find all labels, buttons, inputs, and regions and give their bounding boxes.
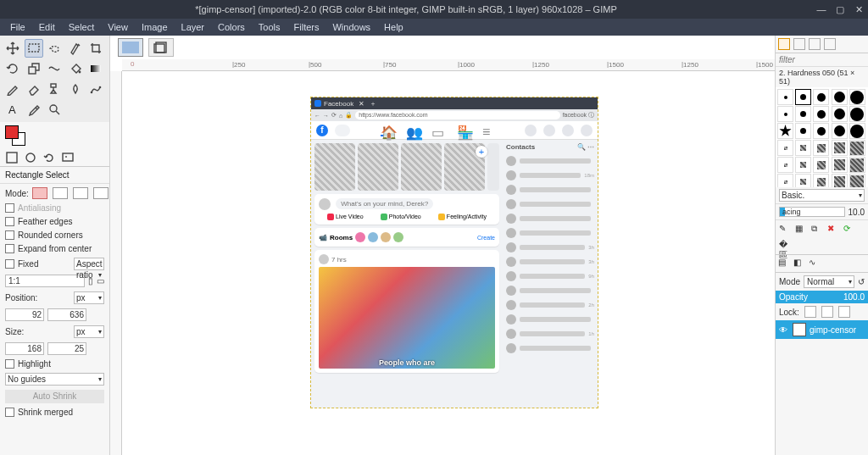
lock-position[interactable] — [821, 306, 833, 318]
gradient-tool[interactable] — [86, 59, 105, 78]
brush-cell[interactable] — [795, 106, 811, 122]
image-tab-1[interactable] — [118, 38, 143, 57]
canvas-area[interactable]: Facebook ✕＋ ← → ⟳ ⌂ 🔒 https://www.facebo… — [122, 71, 775, 455]
minimize-button[interactable]: — — [815, 3, 827, 15]
tab-history[interactable] — [824, 38, 836, 50]
text-tool[interactable]: A — [3, 100, 22, 119]
auto-shrink-button[interactable]: Auto Shrink — [5, 390, 104, 403]
bucket-fill-tool[interactable] — [66, 59, 85, 78]
menu-layer[interactable]: Layer — [175, 20, 212, 34]
brush-cell[interactable] — [777, 174, 793, 187]
mode-add[interactable] — [53, 187, 68, 199]
tab-channels[interactable]: ◧ — [793, 258, 805, 269]
brush-cell[interactable] — [813, 123, 829, 139]
menu-file[interactable]: File — [3, 20, 32, 34]
mode-replace[interactable] — [32, 187, 47, 199]
brush-cell[interactable] — [849, 140, 865, 156]
fixed-checkbox[interactable] — [5, 259, 14, 269]
brush-cell[interactable] — [795, 89, 811, 105]
fuzzy-select-tool[interactable] — [66, 39, 85, 58]
rectangle-select-tool[interactable] — [25, 39, 43, 58]
open-as-image-icon[interactable]: �區 — [779, 240, 790, 251]
menu-image[interactable]: Image — [135, 20, 175, 34]
path-tool[interactable] — [86, 80, 105, 98]
fg-color[interactable] — [5, 125, 19, 139]
brush-cell[interactable] — [795, 140, 811, 156]
size-w[interactable]: 168 — [5, 342, 44, 355]
warp-tool[interactable] — [45, 59, 64, 78]
brush-cell[interactable] — [795, 157, 811, 173]
clone-tool[interactable] — [45, 80, 64, 98]
ruler-vertical[interactable] — [110, 71, 122, 455]
brush-cell[interactable] — [795, 174, 811, 187]
brush-cell[interactable] — [813, 89, 829, 105]
color-picker-tool[interactable] — [25, 100, 43, 119]
brush-cell[interactable] — [777, 106, 793, 122]
brush-cell[interactable] — [849, 157, 865, 173]
position-unit[interactable]: px — [74, 291, 104, 304]
tab-fonts[interactable] — [809, 38, 821, 50]
pencil-tool[interactable] — [3, 80, 22, 98]
brush-cell[interactable] — [813, 140, 829, 156]
menu-colors[interactable]: Colors — [211, 20, 252, 34]
brush-cell[interactable] — [777, 89, 793, 105]
brush-cell[interactable] — [849, 174, 865, 187]
new-brush-icon[interactable]: ▦ — [795, 224, 806, 235]
tab-undo-history[interactable] — [42, 151, 56, 164]
menu-view[interactable]: View — [101, 20, 135, 34]
brush-cell[interactable] — [849, 106, 865, 122]
refresh-brush-icon[interactable]: ⟳ — [843, 224, 854, 235]
expand-checkbox[interactable] — [5, 244, 14, 253]
scale-tool[interactable] — [25, 59, 43, 78]
brush-cell[interactable] — [813, 174, 829, 187]
menu-help[interactable]: Help — [377, 20, 410, 34]
mode-subtract[interactable] — [73, 187, 88, 199]
close-button[interactable]: ✕ — [853, 3, 865, 15]
brush-cell[interactable] — [777, 140, 793, 156]
brush-cell[interactable] — [849, 89, 865, 105]
aspect-field[interactable]: 1:1 — [5, 275, 85, 287]
crop-tool[interactable] — [86, 39, 105, 58]
lock-alpha[interactable] — [838, 306, 850, 318]
tab-layers[interactable]: ▤ — [778, 258, 790, 269]
duplicate-brush-icon[interactable]: ⧉ — [811, 224, 822, 235]
guides-select[interactable]: No guides — [5, 373, 104, 386]
brush-cell[interactable] — [813, 106, 829, 122]
tab-tool-options[interactable] — [5, 151, 19, 164]
move-tool[interactable] — [3, 39, 22, 58]
layer-name[interactable]: gimp-censor — [810, 325, 856, 335]
menu-edit[interactable]: Edit — [32, 20, 62, 34]
lock-pixels[interactable] — [804, 306, 816, 318]
brush-cell[interactable] — [832, 123, 848, 139]
spacing-slider[interactable]: acing — [779, 207, 845, 217]
opacity-slider[interactable]: Opacity 100.0 — [776, 291, 868, 303]
mode-intersect[interactable] — [93, 187, 108, 199]
brush-cell[interactable] — [777, 123, 793, 139]
rotate-tool[interactable] — [3, 59, 22, 78]
brush-cell[interactable] — [795, 123, 811, 139]
smudge-tool[interactable] — [66, 80, 85, 98]
shrink-merged-checkbox[interactable] — [5, 408, 14, 417]
visibility-icon[interactable]: 👁 — [779, 325, 789, 335]
blend-mode-select[interactable]: Normal — [804, 275, 854, 288]
brush-preset-select[interactable]: Basic. — [779, 189, 865, 202]
brush-cell[interactable] — [813, 157, 829, 173]
tab-images[interactable] — [61, 151, 75, 164]
eraser-tool[interactable] — [25, 80, 43, 98]
brush-filter-input[interactable] — [779, 55, 868, 64]
tab-patterns[interactable] — [793, 38, 805, 50]
feather-checkbox[interactable] — [5, 217, 14, 226]
ruler-horizontal[interactable]: 0 |250 |500 |750 |1000 |1250 |1500 |1250… — [122, 59, 775, 71]
image-tab-2[interactable] — [148, 38, 174, 57]
fixed-mode-select[interactable]: Aspect ratio — [74, 258, 104, 270]
color-swatches[interactable] — [0, 122, 109, 149]
brush-cell[interactable] — [832, 89, 848, 105]
delete-brush-icon[interactable]: ✖ — [827, 224, 838, 235]
size-h[interactable]: 25 — [47, 342, 86, 355]
highlight-checkbox[interactable] — [5, 359, 14, 369]
position-y[interactable]: 636 — [47, 308, 86, 321]
edit-brush-icon[interactable]: ✎ — [779, 224, 790, 235]
layer-row[interactable]: 👁 gimp-censor — [776, 320, 868, 339]
size-unit[interactable]: px — [74, 325, 104, 338]
menu-windows[interactable]: Windows — [326, 20, 377, 34]
